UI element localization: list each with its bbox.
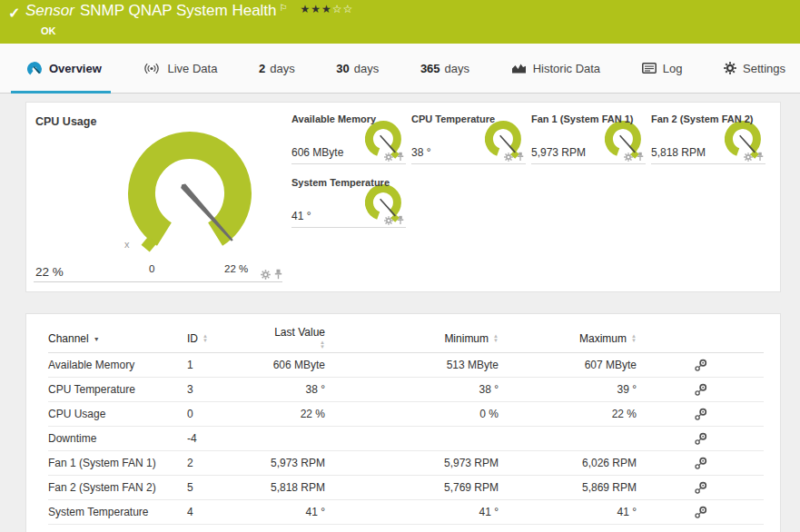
mini-gauge-fan1: Fan 1 (System FAN 1) 5,973 RPM bbox=[531, 110, 651, 170]
table-row[interactable]: Fan 2 (System FAN 2) 5 5,818 RPM 5,769 R… bbox=[48, 475, 764, 499]
sort-icon: ▲▼ bbox=[493, 334, 499, 342]
tab-log[interactable]: Log bbox=[637, 44, 688, 93]
sort-icon: ▲▼ bbox=[320, 340, 325, 349]
table-row[interactable]: CPU Temperature 3 38 ° 38 ° 39 ° bbox=[48, 377, 764, 401]
table-row[interactable]: Fan 1 (System FAN 1) 2 5,973 RPM 5,973 R… bbox=[48, 450, 764, 475]
tab-number: 30 bbox=[336, 62, 349, 75]
cell-channel[interactable]: Fan 2 (System FAN 2) bbox=[48, 475, 187, 499]
column-header-minimum[interactable]: Minimum▲▼ bbox=[325, 325, 499, 352]
cell-last-value: 22 % bbox=[266, 401, 325, 426]
channel-settings-icon[interactable] bbox=[694, 506, 707, 519]
cell-id: 1 bbox=[187, 352, 266, 377]
cell-maximum: 6,026 RPM bbox=[499, 450, 637, 475]
tab-30-days[interactable]: 30 days bbox=[331, 44, 384, 93]
tab-label: Overview bbox=[49, 62, 102, 75]
column-header-actions bbox=[637, 325, 764, 352]
tab-overview[interactable]: Overview bbox=[22, 44, 107, 93]
pin-icon[interactable] bbox=[274, 269, 282, 280]
cell-last-value bbox=[266, 426, 325, 450]
cell-channel[interactable]: Downtime bbox=[48, 426, 187, 450]
tab-number: 2 bbox=[259, 62, 265, 75]
cell-minimum: 0 % bbox=[325, 401, 499, 426]
table-header-row: Channel▼ ID▲▼ Last Value▲▼ Minimum▲▼ Max… bbox=[48, 325, 764, 352]
ok-check-icon: ✓ bbox=[8, 5, 20, 22]
fan2-gauge bbox=[722, 119, 764, 161]
column-label: Minimum bbox=[444, 332, 489, 345]
stars-filled[interactable]: ★★★ bbox=[301, 3, 332, 15]
stars-empty[interactable]: ☆☆ bbox=[332, 3, 354, 15]
cell-minimum: 513 MByte bbox=[325, 352, 499, 377]
channel-settings-icon[interactable] bbox=[694, 457, 707, 470]
cell-maximum: 41 ° bbox=[499, 499, 637, 524]
cell-minimum: 5,973 RPM bbox=[325, 450, 499, 475]
mini-gauge-title: Fan 2 (System FAN 2) bbox=[651, 113, 753, 124]
tab-2-days[interactable]: 2 days bbox=[253, 44, 301, 93]
tab-live-data[interactable]: Live Data bbox=[137, 44, 222, 93]
sort-desc-icon: ▼ bbox=[94, 336, 100, 342]
status-badge: OK bbox=[41, 25, 56, 36]
cell-id: 3 bbox=[187, 377, 266, 401]
cell-last-value: 41 ° bbox=[266, 499, 325, 524]
cell-minimum: 41 ° bbox=[325, 499, 499, 524]
priority-star-rating[interactable]: ★★★☆☆ bbox=[301, 3, 354, 15]
cell-id: 4 bbox=[187, 499, 266, 524]
sensor-title-line: SensorSNMP QNAP System Health⚐★★★☆☆ bbox=[25, 2, 353, 20]
mini-gauge-title: Available Memory bbox=[291, 113, 376, 124]
cell-channel[interactable]: System Temperature bbox=[48, 499, 187, 524]
column-header-id[interactable]: ID▲▼ bbox=[187, 325, 266, 352]
log-icon bbox=[642, 63, 657, 74]
cell-last-value: 5,818 RPM bbox=[266, 475, 325, 499]
mini-gauge-title: Fan 1 (System FAN 1) bbox=[531, 113, 633, 124]
cell-id: -4 bbox=[187, 426, 266, 450]
cell-channel[interactable]: Available Memory bbox=[48, 352, 187, 377]
primary-gauge-title: CPU Usage bbox=[35, 115, 96, 128]
cell-maximum bbox=[499, 426, 637, 450]
mini-gauge-fan2: Fan 2 (System FAN 2) 5,818 RPM bbox=[651, 110, 771, 170]
cpu-usage-gauge bbox=[122, 128, 258, 264]
fan1-gauge bbox=[602, 119, 644, 161]
channel-settings-icon[interactable] bbox=[694, 383, 707, 397]
cell-channel[interactable]: CPU Temperature bbox=[48, 377, 187, 401]
channel-settings-icon[interactable] bbox=[694, 408, 707, 421]
table-row[interactable]: Downtime -4 bbox=[48, 426, 764, 450]
table-row[interactable]: System Temperature 4 41 ° 41 ° 41 ° bbox=[48, 499, 764, 524]
tab-365-days[interactable]: 365 days bbox=[415, 44, 475, 93]
mini-gauge-available-memory: Available Memory 606 MByte bbox=[291, 110, 411, 170]
channel-table: Channel▼ ID▲▼ Last Value▲▼ Minimum▲▼ Max… bbox=[48, 325, 764, 525]
system-temperature-gauge bbox=[362, 182, 404, 224]
settings-gear-icon bbox=[724, 62, 736, 74]
tab-label: days bbox=[445, 62, 469, 75]
cell-last-value: 5,973 RPM bbox=[266, 450, 325, 475]
cell-id: 0 bbox=[187, 401, 266, 426]
flag-icon[interactable]: ⚐ bbox=[280, 3, 288, 13]
tab-label: Live Data bbox=[167, 62, 217, 75]
gauge-scale-marker: x bbox=[124, 239, 130, 250]
column-header-channel[interactable]: Channel▼ bbox=[48, 325, 187, 352]
column-label: Last Value bbox=[274, 326, 325, 339]
mini-gauge-title: System Temperature bbox=[291, 177, 390, 188]
channel-settings-icon[interactable] bbox=[694, 481, 707, 495]
cell-minimum: 5,769 RPM bbox=[325, 475, 499, 499]
column-header-last-value[interactable]: Last Value▲▼ bbox=[266, 325, 325, 352]
sort-icon: ▲▼ bbox=[631, 334, 637, 342]
primary-gauge-value: 22 % bbox=[35, 265, 64, 279]
tab-settings[interactable]: Settings bbox=[718, 44, 791, 93]
channel-settings-icon[interactable] bbox=[694, 432, 707, 446]
cell-maximum: 39 ° bbox=[499, 377, 637, 401]
table-row[interactable]: Available Memory 1 606 MByte 513 MByte 6… bbox=[48, 352, 764, 377]
tab-number: 365 bbox=[420, 62, 440, 75]
channel-settings-icon[interactable] bbox=[694, 359, 707, 372]
overview-gauges-panel: CPU Usage x 0 22 % 22 % Available Memory bbox=[25, 102, 781, 292]
mini-gauge-system-temperature: System Temperature 41 ° bbox=[291, 173, 411, 233]
gear-icon[interactable] bbox=[261, 270, 271, 280]
tab-label: days bbox=[354, 62, 379, 75]
mini-gauge-title: CPU Temperature bbox=[411, 113, 495, 124]
mini-gauge-cpu-temperature: CPU Temperature 38 ° bbox=[411, 110, 531, 170]
cell-channel[interactable]: Fan 1 (System FAN 1) bbox=[48, 450, 187, 475]
cell-last-value: 38 ° bbox=[266, 377, 325, 401]
table-row[interactable]: CPU Usage 0 22 % 0 % 22 % bbox=[48, 401, 764, 426]
tab-historic-data[interactable]: Historic Data bbox=[506, 44, 606, 93]
column-label: ID bbox=[187, 332, 198, 345]
column-header-maximum[interactable]: Maximum▲▼ bbox=[499, 325, 637, 352]
cell-channel[interactable]: CPU Usage bbox=[48, 401, 187, 426]
